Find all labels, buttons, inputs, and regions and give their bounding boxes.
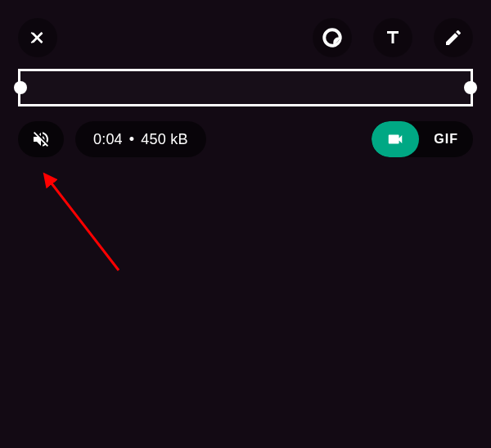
video-meta: 0:04 • 450 kB <box>75 121 206 157</box>
draw-button[interactable] <box>434 18 473 57</box>
pencil-icon <box>444 28 463 48</box>
sticker-icon <box>322 27 343 48</box>
sticker-button[interactable] <box>313 18 352 57</box>
mute-button[interactable] <box>18 121 64 157</box>
edit-tools <box>313 18 473 57</box>
trim-handle-end[interactable] <box>464 81 477 94</box>
top-toolbar <box>0 0 491 57</box>
video-gif-toggle[interactable]: GIF <box>372 121 473 157</box>
duration-text: 0:04 <box>93 131 123 148</box>
trim-handle-start[interactable] <box>14 81 27 94</box>
svg-line-0 <box>49 180 119 270</box>
info-row: 0:04 • 450 kB GIF <box>18 121 473 157</box>
video-trim-bar[interactable] <box>18 69 473 106</box>
video-camera-icon <box>386 130 404 148</box>
annotation-arrow <box>0 0 491 448</box>
video-mode-option[interactable] <box>372 121 419 157</box>
filesize-text: 450 kB <box>141 131 187 148</box>
mute-icon <box>31 129 51 149</box>
gif-label: GIF <box>434 132 458 147</box>
close-icon <box>29 29 47 47</box>
close-button[interactable] <box>18 18 57 57</box>
separator-dot: • <box>129 131 135 148</box>
gif-mode-option[interactable]: GIF <box>419 121 473 157</box>
text-icon <box>383 28 403 48</box>
text-button[interactable] <box>373 18 412 57</box>
